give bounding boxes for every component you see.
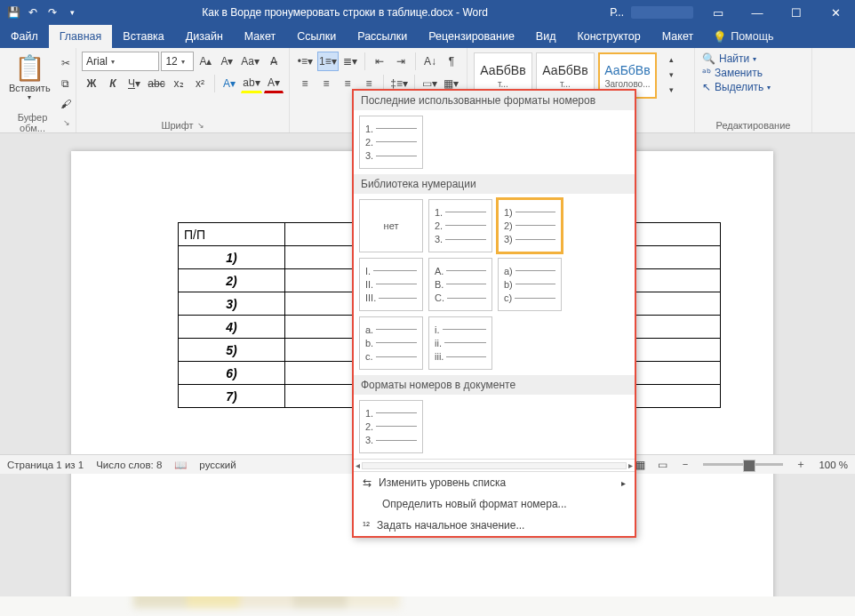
- strike-button[interactable]: abc: [146, 74, 167, 93]
- indent-button[interactable]: ⇥: [391, 52, 411, 71]
- multilevel-button[interactable]: ≣▾: [340, 52, 360, 71]
- tab-table-design[interactable]: Конструктор: [566, 25, 651, 48]
- font-color-button[interactable]: A▾: [264, 74, 284, 93]
- qat-customize-icon[interactable]: ▾: [64, 4, 80, 20]
- change-list-level[interactable]: ⇆Изменить уровень списка▸: [354, 472, 635, 493]
- replace-button[interactable]: ᵃᵇЗаменить: [700, 66, 806, 80]
- tab-design[interactable]: Дизайн: [175, 25, 234, 48]
- table-cell[interactable]: 2): [179, 269, 285, 292]
- tab-references[interactable]: Ссылки: [286, 25, 347, 48]
- sort-button[interactable]: A↓: [420, 52, 440, 71]
- text-effects-button[interactable]: A▾: [220, 74, 239, 93]
- tab-layout[interactable]: Макет: [234, 25, 286, 48]
- undo-icon[interactable]: ↶: [25, 4, 41, 20]
- copy-button[interactable]: ⧉: [56, 74, 76, 93]
- print-layout-icon[interactable]: ▦: [635, 459, 645, 471]
- numbering-preset[interactable]: I. II. III.: [359, 258, 423, 311]
- popup-scrollbar[interactable]: ◂▸: [354, 459, 635, 471]
- subscript-button[interactable]: x₂: [169, 74, 188, 93]
- numbering-none[interactable]: нет: [359, 199, 423, 252]
- set-start-value[interactable]: ¹²Задать начальное значение...: [354, 515, 635, 536]
- title-bar: 💾 ↶ ↷ ▾ Как в Ворде пронумеровать строки…: [0, 0, 855, 25]
- tab-mailings[interactable]: Рассылки: [347, 25, 418, 48]
- tab-home[interactable]: Главная: [49, 25, 113, 48]
- superscript-button[interactable]: x²: [190, 74, 210, 93]
- close-icon[interactable]: ✕: [816, 0, 855, 25]
- paste-button[interactable]: 📋 Вставить ▾: [5, 52, 54, 103]
- table-cell[interactable]: 7): [179, 385, 285, 408]
- styles-down-button[interactable]: ▾: [661, 67, 681, 82]
- change-case-button[interactable]: Aa▾: [238, 52, 262, 71]
- numbering-preset[interactable]: 1. 2. 3.: [428, 199, 492, 252]
- bullets-button[interactable]: •≡▾: [295, 52, 316, 71]
- tab-view[interactable]: Вид: [525, 25, 567, 48]
- numbering-preset[interactable]: A. B. C.: [428, 258, 492, 311]
- numbering-preset[interactable]: a. b. c.: [359, 316, 423, 370]
- save-icon[interactable]: 💾: [5, 4, 21, 20]
- tell-me[interactable]: 💡Помощь: [704, 25, 782, 48]
- numbering-preset[interactable]: 1. 2. 3.: [359, 116, 423, 169]
- zoom-out-button[interactable]: －: [680, 458, 691, 471]
- indent-icon: ⇆: [363, 476, 372, 489]
- italic-button[interactable]: К: [103, 74, 123, 93]
- shrink-font-button[interactable]: A▾: [217, 52, 236, 71]
- web-layout-icon[interactable]: ▭: [658, 459, 667, 471]
- numbering-preset[interactable]: 1. 2. 3.: [359, 400, 423, 453]
- font-group-label: Шрифт: [161, 120, 193, 131]
- chevron-right-icon: ▸: [621, 478, 626, 488]
- tab-file[interactable]: Файл: [0, 25, 49, 48]
- tab-review[interactable]: Рецензирование: [418, 25, 525, 48]
- zoom-in-button[interactable]: ＋: [795, 458, 806, 471]
- word-count[interactable]: Число слов: 8: [96, 460, 162, 470]
- account-short[interactable]: Р...: [610, 6, 624, 19]
- spellcheck-icon[interactable]: 📖: [174, 459, 187, 471]
- grow-font-button[interactable]: A▴: [196, 52, 215, 71]
- minimize-icon[interactable]: ―: [738, 0, 777, 25]
- menu-label: Определить новый формат номера...: [382, 498, 567, 510]
- clear-format-button[interactable]: A̶: [264, 52, 284, 71]
- select-label: Выделить: [715, 81, 763, 93]
- cut-button[interactable]: ✂: [56, 53, 76, 73]
- font-size-combo[interactable]: 12▾: [161, 52, 194, 71]
- style-name: т...: [498, 79, 508, 89]
- bold-button[interactable]: Ж: [82, 74, 101, 93]
- ribbon-options-icon[interactable]: ▭: [699, 0, 738, 25]
- chevron-down-icon: ▾: [111, 58, 115, 66]
- numbering-preset[interactable]: a) b) c): [498, 258, 562, 311]
- numbering-button[interactable]: 1≡▾: [317, 52, 340, 71]
- highlight-button[interactable]: ab▾: [241, 74, 262, 93]
- replace-label: Заменить: [715, 67, 763, 79]
- select-button[interactable]: ↖Выделить▾: [700, 80, 806, 94]
- zoom-value[interactable]: 100 %: [819, 460, 848, 470]
- table-cell[interactable]: 3): [179, 292, 285, 316]
- styles-more-button[interactable]: ▾: [661, 82, 681, 97]
- page-indicator[interactable]: Страница 1 из 1: [7, 460, 84, 470]
- dialog-launcher-icon[interactable]: ↘: [63, 118, 70, 127]
- show-marks-button[interactable]: ¶: [442, 52, 461, 71]
- numbering-preset-selected[interactable]: 1) 2) 3): [498, 199, 562, 252]
- redo-icon[interactable]: ↷: [44, 4, 60, 20]
- tab-insert[interactable]: Вставка: [112, 25, 174, 48]
- table-cell[interactable]: 4): [179, 316, 285, 339]
- table-cell[interactable]: 6): [179, 362, 285, 385]
- zoom-slider[interactable]: [703, 463, 783, 466]
- align-center-button[interactable]: ≡: [316, 74, 336, 93]
- numbering-preset[interactable]: i. ii. iii.: [428, 316, 492, 370]
- font-name-combo[interactable]: Arial▾: [82, 52, 159, 71]
- language-indicator[interactable]: русский: [199, 460, 236, 470]
- menu-label: Задать начальное значение...: [377, 519, 524, 532]
- table-cell[interactable]: 5): [179, 339, 285, 362]
- maximize-icon[interactable]: ☐: [777, 0, 816, 25]
- align-left-button[interactable]: ≡: [295, 74, 315, 93]
- outdent-button[interactable]: ⇤: [370, 52, 389, 71]
- underline-button[interactable]: Ч▾: [124, 74, 144, 93]
- lightbulb-icon: 💡: [713, 30, 727, 44]
- table-cell[interactable]: 1): [179, 246, 285, 269]
- find-button[interactable]: 🔍Найти▾: [700, 52, 806, 66]
- define-new-format[interactable]: Определить новый формат номера...: [354, 493, 635, 515]
- search-icon: 🔍: [702, 52, 715, 65]
- table-header-cell[interactable]: П/П: [179, 223, 285, 246]
- dialog-launcher-icon[interactable]: ↘: [197, 121, 204, 130]
- styles-up-button[interactable]: ▴: [661, 52, 681, 67]
- tab-table-layout[interactable]: Макет: [651, 25, 704, 48]
